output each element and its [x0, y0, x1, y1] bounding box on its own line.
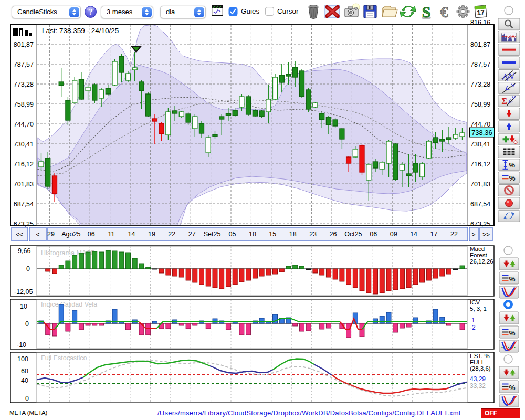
svg-text:-2: -2: [470, 324, 476, 331]
svg-text:?: ?: [89, 7, 93, 16]
svg-text:5, 3, 1: 5, 3, 1: [470, 306, 487, 312]
svg-text:730,41: 730,41: [470, 141, 490, 148]
svg-text:%: %: [509, 161, 516, 169]
svg-text:27: 27: [188, 230, 196, 238]
svg-text:43,29: 43,29: [470, 375, 486, 383]
svg-text:673,25: 673,25: [14, 220, 34, 228]
svg-text:06: 06: [88, 230, 95, 238]
svg-text:744,70: 744,70: [14, 121, 34, 128]
svg-text:26: 26: [330, 230, 337, 238]
svg-text:9,66: 9,66: [18, 247, 30, 255]
svg-text:Forest: Forest: [470, 252, 487, 258]
svg-text:801,87: 801,87: [470, 41, 490, 48]
svg-text:758,99: 758,99: [470, 101, 490, 108]
svg-text:ICV: ICV: [470, 299, 480, 306]
svg-text:26,12,26: 26,12,26: [470, 258, 494, 265]
svg-text:EST. %: EST. %: [470, 353, 490, 359]
svg-text:-12,05: -12,05: [14, 288, 33, 296]
svg-text:716,12: 716,12: [14, 161, 34, 168]
svg-text:787,57: 787,57: [14, 61, 34, 68]
svg-text:738,36: 738,36: [471, 129, 492, 136]
svg-text:14: 14: [410, 230, 417, 238]
svg-text:0: 0: [26, 265, 30, 272]
svg-text:15: 15: [269, 230, 276, 238]
svg-text:Oct25: Oct25: [344, 230, 362, 238]
svg-text:730,41: 730,41: [14, 141, 34, 148]
svg-text:19: 19: [148, 230, 155, 238]
svg-text:1: 1: [471, 317, 475, 324]
svg-text:%: %: [509, 329, 516, 337]
svg-text:17: 17: [477, 8, 485, 17]
svg-text:801,87: 801,87: [14, 41, 34, 48]
svg-text:S: S: [422, 3, 431, 20]
svg-text:787,57: 787,57: [470, 61, 490, 68]
svg-text:29: 29: [47, 230, 55, 238]
svg-text:23: 23: [309, 230, 317, 238]
svg-text:(28,3,6): (28,3,6): [470, 365, 491, 372]
svg-text:14: 14: [128, 230, 135, 238]
svg-text:11: 11: [108, 230, 115, 238]
svg-text:701,83: 701,83: [14, 181, 34, 188]
svg-text:773,28: 773,28: [470, 81, 490, 88]
svg-text:Full Estocastico: Full Estocastico: [41, 354, 87, 362]
svg-text:701,83: 701,83: [470, 181, 490, 188]
svg-text:09: 09: [390, 230, 397, 238]
svg-text:%: %: [509, 384, 516, 392]
svg-text:06: 06: [370, 230, 377, 238]
svg-text:773,28: 773,28: [14, 81, 34, 88]
svg-text:673,25: 673,25: [470, 220, 490, 228]
svg-text:17: 17: [430, 230, 438, 238]
svg-text:Indice Calidad Vela: Indice Calidad Vela: [41, 301, 97, 308]
svg-text:40: 40: [21, 377, 28, 384]
svg-text:%: %: [509, 174, 516, 182]
svg-text:-10: -10: [17, 341, 26, 349]
svg-text:716,12: 716,12: [470, 161, 490, 168]
svg-text:744,70: 744,70: [470, 121, 490, 128]
svg-text:Σ: Σ: [502, 97, 507, 106]
svg-text:Macd: Macd: [470, 246, 485, 252]
svg-text:FULL: FULL: [470, 359, 485, 365]
svg-text:€: €: [440, 3, 448, 20]
svg-text:0: 0: [25, 395, 29, 402]
svg-text:%: %: [509, 275, 516, 283]
svg-text:18: 18: [289, 230, 297, 238]
svg-text:<<: <<: [16, 231, 23, 238]
svg-text:60: 60: [21, 368, 28, 375]
svg-text:22: 22: [168, 230, 175, 238]
svg-text:100: 100: [17, 355, 28, 363]
svg-text:816,16: 816,16: [470, 19, 490, 26]
svg-text:Ago25: Ago25: [61, 230, 80, 238]
svg-text:Last: 738.359 - 24/10/25: Last: 738.359 - 24/10/25: [42, 27, 119, 35]
svg-text:22: 22: [450, 230, 458, 238]
svg-text:>>: >>: [482, 231, 490, 238]
svg-text:10: 10: [20, 303, 27, 310]
svg-text:0: 0: [25, 320, 29, 328]
svg-text:05: 05: [229, 230, 236, 238]
svg-text:687,54: 687,54: [470, 201, 490, 208]
svg-text:Set25: Set25: [204, 230, 221, 238]
svg-text:33,32: 33,32: [470, 382, 486, 390]
svg-text:<: <: [36, 231, 39, 238]
svg-text:687,54: 687,54: [14, 201, 34, 208]
svg-text:758,99: 758,99: [14, 101, 34, 108]
svg-text:10: 10: [249, 230, 256, 238]
svg-text:>: >: [471, 231, 475, 238]
